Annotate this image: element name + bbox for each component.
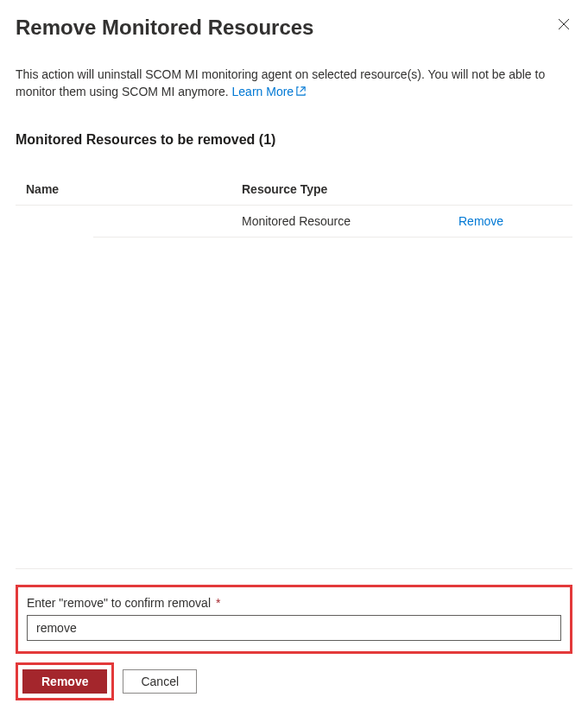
confirm-section: Enter "remove" to confirm removal * (16, 585, 572, 654)
remove-button[interactable]: Remove (22, 669, 107, 694)
learn-more-link[interactable]: Learn More (232, 85, 307, 98)
cell-type: Monitored Resource (242, 214, 458, 228)
table-header-row: Name Resource Type (16, 174, 572, 206)
external-link-icon (295, 84, 307, 101)
footer-divider (16, 568, 572, 569)
column-header-name[interactable]: Name (26, 182, 242, 196)
resources-table: Name Resource Type Monitored Resource Re… (16, 174, 572, 238)
dialog-button-row: Remove Cancel (16, 662, 572, 700)
learn-more-label: Learn More (232, 85, 294, 98)
confirm-label: Enter "remove" to confirm removal * (27, 596, 561, 610)
cancel-button[interactable]: Cancel (123, 669, 197, 694)
section-heading: Monitored Resources to be removed (1) (16, 132, 572, 148)
confirm-label-text: Enter "remove" to confirm removal (27, 596, 211, 610)
dialog-title: Remove Monitored Resources (16, 16, 313, 40)
row-remove-link[interactable]: Remove (458, 214, 503, 228)
confirm-input[interactable] (27, 615, 561, 641)
remove-button-highlight: Remove (16, 662, 114, 700)
close-icon[interactable] (555, 16, 572, 35)
required-indicator: * (216, 596, 220, 610)
column-header-type[interactable]: Resource Type (242, 182, 458, 196)
dialog-description: This action will uninstall SCOM MI monit… (16, 66, 572, 102)
svg-line-2 (300, 87, 306, 92)
table-row: Monitored Resource Remove (93, 206, 572, 238)
